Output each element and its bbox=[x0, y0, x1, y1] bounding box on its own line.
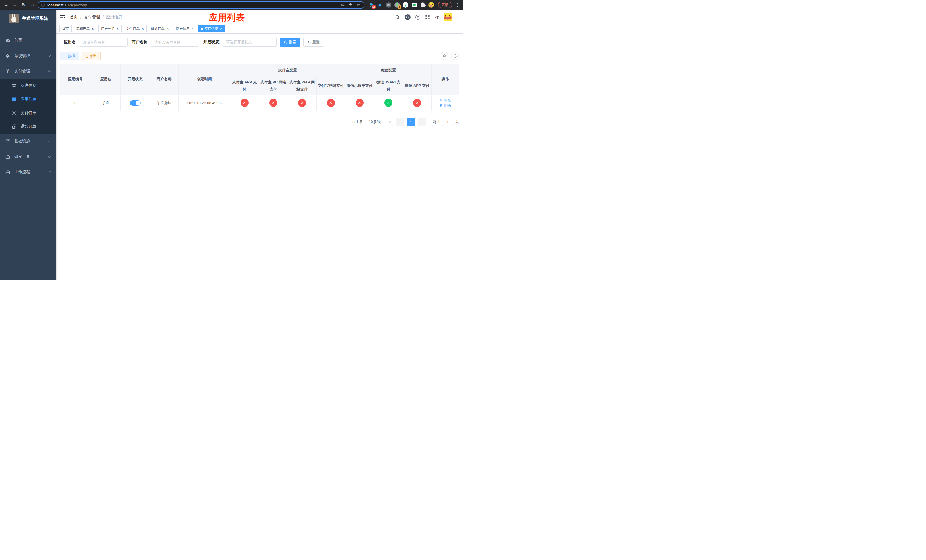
app-title: 芋道管理系统 bbox=[22, 16, 48, 21]
sidebar-item-app-info[interactable]: 应用信息 bbox=[0, 92, 56, 106]
sidebar-item-pay-order[interactable]: 支付订单 bbox=[0, 106, 56, 120]
extension-chat-icon[interactable] bbox=[411, 2, 417, 8]
bookmark-star-icon[interactable]: ☆ bbox=[356, 2, 361, 8]
filter-form: 应用名 商户名称 开启状态 请选择开启状态 搜索 ↻ 重置 bbox=[60, 38, 459, 47]
breadcrumb-home[interactable]: 首页 bbox=[70, 15, 78, 20]
tab-home[interactable]: 首页 bbox=[59, 25, 72, 32]
close-icon[interactable]: × bbox=[166, 27, 169, 31]
extension-badge: 1 bbox=[398, 5, 401, 9]
chevron-down-icon bbox=[48, 54, 51, 57]
tab-process-form[interactable]: 流程表单× bbox=[73, 25, 97, 32]
user-avatar[interactable] bbox=[443, 13, 452, 21]
refresh-table-button[interactable] bbox=[451, 52, 459, 60]
extension-command-icon[interactable] bbox=[386, 2, 391, 8]
status-toggle[interactable] bbox=[130, 100, 141, 106]
extension-avatar-icon[interactable]: 1 bbox=[394, 2, 400, 8]
sidebar-item-home[interactable]: 首页 bbox=[0, 33, 56, 48]
page-size-select[interactable]: 10条/页 bbox=[366, 118, 393, 126]
cell-wx-lite bbox=[345, 95, 374, 111]
sidebar-item-system[interactable]: 系统管理 bbox=[0, 48, 56, 64]
browser-update-button[interactable]: 更新 bbox=[438, 2, 452, 8]
document-icon bbox=[11, 124, 17, 129]
export-button-label: 导出 bbox=[89, 53, 97, 58]
browser-menu-icon[interactable]: ⋮ bbox=[455, 3, 460, 7]
browser-extensions: 10 ◆ 1 bbox=[368, 2, 434, 8]
sidebar-item-workflow[interactable]: 工作流程 bbox=[0, 164, 56, 180]
profile-smiley-icon[interactable] bbox=[428, 2, 434, 8]
extensions-puzzle-icon[interactable] bbox=[420, 2, 425, 8]
chevron-down-icon bbox=[48, 170, 51, 173]
current-page-button[interactable]: 1 bbox=[407, 118, 415, 126]
breadcrumb-pay[interactable]: 支付管理 bbox=[84, 15, 100, 20]
breadcrumb-separator: / bbox=[80, 15, 82, 20]
col-alipay-app: 支付宝 APP 支付 bbox=[230, 77, 259, 95]
search-button-label: 搜索 bbox=[289, 39, 296, 45]
goto-page-input[interactable] bbox=[442, 118, 453, 126]
info-icon[interactable] bbox=[41, 3, 45, 7]
extension-yuque-icon[interactable] bbox=[402, 2, 409, 8]
sidebar-collapse-icon[interactable] bbox=[60, 15, 65, 20]
sidebar-item-merchant-info[interactable]: 商户信息 bbox=[0, 79, 56, 92]
sidebar-item-refund-order[interactable]: 退款订单 bbox=[0, 120, 56, 133]
back-icon[interactable]: ← bbox=[2, 1, 10, 9]
avatar-caret-icon[interactable]: ▾ bbox=[457, 16, 458, 18]
col-actions: 操作 bbox=[432, 64, 459, 95]
share-icon[interactable] bbox=[347, 3, 353, 7]
close-icon[interactable]: × bbox=[92, 27, 94, 31]
add-button-label: 新增 bbox=[68, 53, 75, 58]
toggle-search-button[interactable] bbox=[440, 52, 448, 60]
home-icon[interactable]: ⌂ bbox=[29, 1, 36, 9]
status-fail-icon bbox=[413, 99, 421, 107]
close-icon[interactable]: × bbox=[191, 27, 194, 31]
delete-button[interactable]: 删除 bbox=[440, 103, 451, 108]
github-icon[interactable] bbox=[405, 14, 411, 20]
help-icon[interactable] bbox=[415, 15, 420, 20]
edit-button[interactable]: ✎修改 bbox=[440, 98, 451, 103]
search-button[interactable]: 搜索 bbox=[280, 38, 300, 47]
export-button[interactable]: ↓ 导出 bbox=[82, 51, 100, 60]
sidebar-item-dev-tools[interactable]: 研发工具 bbox=[0, 149, 56, 164]
status-fail-icon bbox=[327, 99, 335, 107]
font-size-icon[interactable] bbox=[435, 15, 439, 20]
cell-created: 2021-10-23 08:49:25 bbox=[179, 95, 230, 111]
tab-user-group[interactable]: 用户分组× bbox=[98, 25, 122, 32]
prev-page-button[interactable]: ‹ bbox=[396, 118, 404, 126]
coin-yen-icon bbox=[11, 111, 17, 115]
next-page-button[interactable]: › bbox=[418, 118, 426, 126]
close-icon[interactable]: × bbox=[220, 27, 222, 31]
col-wx-lite: 微信小程序支付 bbox=[345, 77, 374, 95]
close-icon[interactable]: × bbox=[117, 27, 119, 31]
tab-pay-order[interactable]: 支付订单× bbox=[123, 25, 147, 32]
app-name-label: 应用名 bbox=[64, 39, 76, 45]
tab-refund-order[interactable]: 退款订单× bbox=[148, 25, 172, 32]
extension-gem-icon[interactable]: ◆ bbox=[377, 2, 383, 8]
app-name-input[interactable] bbox=[79, 38, 127, 47]
close-icon[interactable]: × bbox=[142, 27, 144, 31]
reset-button[interactable]: ↻ 重置 bbox=[303, 38, 324, 47]
status-select[interactable]: 请选择开启状态 bbox=[223, 38, 277, 47]
cell-alipay-qr bbox=[316, 95, 345, 111]
sidebar-item-pay[interactable]: ¥ 支付管理 bbox=[0, 64, 56, 79]
cell-alipay-wap bbox=[288, 95, 317, 111]
tab-app-info[interactable]: 应用信息× bbox=[198, 25, 225, 32]
table-grid-icon bbox=[11, 97, 17, 101]
add-button[interactable]: + 新增 bbox=[60, 51, 79, 60]
fullscreen-icon[interactable] bbox=[425, 15, 430, 20]
cell-alipay-app bbox=[230, 95, 259, 111]
download-icon: ↓ bbox=[86, 54, 88, 58]
col-alipay-wap: 支付宝 WAP 网站支付 bbox=[288, 77, 317, 95]
reload-icon[interactable]: ↻ bbox=[20, 1, 27, 9]
sidebar-item-infra[interactable]: 基础设施 bbox=[0, 133, 56, 149]
sidebar-item-label: 退款订单 bbox=[21, 124, 36, 129]
search-icon[interactable] bbox=[395, 15, 400, 20]
url-bar[interactable]: localhost:1024/pay/app ☆ bbox=[38, 1, 365, 9]
col-merchant: 商户名称 bbox=[150, 64, 179, 95]
extension-blocks-icon[interactable]: 10 bbox=[368, 2, 374, 8]
edit-label: 修改 bbox=[443, 98, 451, 103]
key-icon[interactable] bbox=[339, 3, 345, 7]
merchant-name-input[interactable] bbox=[151, 38, 199, 47]
tab-merchant-info[interactable]: 商户信息× bbox=[173, 25, 197, 32]
sidebar: 芋道管理系统 首页 系统管理 ¥ 支付管理 bbox=[0, 10, 56, 280]
url-host: localhost bbox=[47, 3, 64, 7]
forward-icon[interactable]: → bbox=[11, 1, 19, 9]
